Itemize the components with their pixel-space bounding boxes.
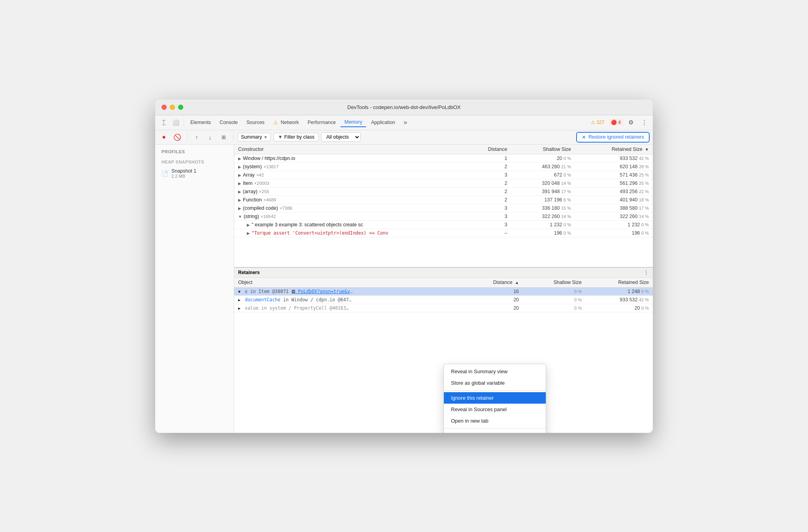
expand-arrow-icon: ▶ [238, 165, 241, 169]
close-button[interactable] [162, 105, 167, 110]
retained-size-cell: 196 0 % [575, 229, 653, 237]
subtoolbar: ● 🚫 ↑ ↓ ⊞ Summary ▼ ▼ Filter by class Al… [155, 130, 653, 145]
tab-application[interactable]: Application [367, 118, 399, 127]
retainer-distance-cell: 20 [464, 304, 523, 312]
table-row[interactable]: ▶Function×46892137 196 6 %401 940 18 % [234, 196, 653, 204]
retainers-table-container[interactable]: Object Distance ▲ Shallow Size Retained … [234, 278, 653, 312]
col-retained-size[interactable]: Retained Size ▼ [575, 145, 653, 154]
tab-memory[interactable]: Memory [340, 118, 366, 127]
constructor-table-container[interactable]: Constructor Distance Shallow Size Retain… [234, 145, 653, 267]
ret-col-shallow[interactable]: Shallow Size [523, 278, 586, 288]
shallow-size-cell: 672 0 % [511, 171, 575, 179]
context-menu-item-reveal-in-summary-view[interactable]: Reveal in Summary view [444, 366, 546, 377]
retained-size-cell: 933 532 42 % [575, 154, 653, 162]
settings-icon[interactable]: ⚙ [625, 117, 636, 128]
more-options-icon[interactable]: ⋮ [639, 117, 650, 128]
filter-icon: ▼ [278, 134, 282, 140]
main-content: Profiles HEAP SNAPSHOTS 📄 Snapshot 1 2.2… [155, 145, 653, 433]
context-menu-item-ignore-this-retainer[interactable]: Ignore this retainer [444, 392, 546, 404]
distance-cell: 2 [464, 187, 511, 196]
retainers-table-wrap: Object Distance ▲ Shallow Size Retained … [234, 278, 653, 312]
table-row[interactable]: ▶Window / https://cdpn.io120 0 %933 532 … [234, 154, 653, 162]
col-distance[interactable]: Distance [464, 145, 511, 154]
constructor-name: Array×42 [243, 172, 264, 178]
main-toolbar: ⌶ ⬜ Elements Console Sources ⚠ Network P… [155, 115, 653, 130]
inspect-icon[interactable]: ⬜ [170, 117, 181, 128]
distance-cell: 1 [464, 154, 511, 162]
snapshot-1-item[interactable]: 📄 Snapshot 1 2.2 MB [155, 166, 234, 181]
distance-cell: 2 [464, 162, 511, 171]
download-icon[interactable]: ↓ [205, 132, 216, 143]
context-menu-item-store-as-global-variable[interactable]: Store as global variable [444, 377, 546, 389]
minimize-button[interactable] [170, 105, 175, 110]
context-menu-item-open-in-new-tab[interactable]: Open in new tab [444, 415, 546, 427]
retained-size-cell: 322 260 14 % [575, 212, 653, 220]
col-shallow-size[interactable]: Shallow Size [511, 145, 575, 154]
tab-performance[interactable]: Performance [304, 118, 340, 127]
retainer-distance-cell: 16 [464, 287, 523, 295]
more-tabs-button[interactable]: » [400, 117, 411, 128]
retainers-table: Object Distance ▲ Shallow Size Retained … [234, 278, 653, 312]
retainer-object-cell: ▼ x in Item @38071 🖼 PoLdbOX?anon=true&v… [234, 287, 464, 295]
retainer-row[interactable]: ▶ documentCache in Window / cdpn.io @647… [234, 295, 653, 304]
context-menu-item-copy-link-address[interactable]: Copy link address [444, 430, 546, 433]
table-row[interactable]: ▶(compiled code)×73863336 180 15 %388 58… [234, 204, 653, 212]
retainer-row[interactable]: ▶ value in system / PropertyCell @40163…… [234, 304, 653, 312]
table-row[interactable]: ▶(system)×138172463 280 21 %620 148 28 % [234, 162, 653, 171]
all-objects-select[interactable]: All objects [321, 132, 361, 142]
constructor-name: Function×4689 [243, 197, 276, 203]
context-menu-item-reveal-in-sources-panel[interactable]: Reveal in Sources panel [444, 404, 546, 415]
maximize-button[interactable] [178, 105, 183, 110]
table-row[interactable]: ▶" example 3 example 3: scattered object… [234, 220, 653, 229]
restore-ignored-retainers-button[interactable]: ✕ Restore ignored retainers [576, 132, 650, 143]
snapshot-info: Snapshot 1 2.2 MB [171, 168, 196, 179]
expand-arrow-icon: ▶ [247, 231, 250, 235]
tab-network[interactable]: ⚠ Network [269, 118, 303, 127]
constructor-name: " example 3 example 3: scattered objects… [252, 222, 363, 227]
record-icon[interactable]: ● [158, 132, 169, 143]
table-row[interactable]: ▶(array)×2552391 948 17 %493 256 22 % [234, 187, 653, 196]
expand-arrow-icon: ▶ [238, 198, 241, 202]
retainer-retained-cell: 20 0 % [586, 304, 653, 312]
cursor-icon[interactable]: ⌶ [158, 117, 169, 128]
table-row[interactable]: ▶"Torque assert 'Convert<uintptr>(endInd… [234, 229, 653, 237]
table-row[interactable]: ▶Array×423672 0 %571 436 25 % [234, 171, 653, 179]
retained-size-cell: 493 256 22 % [575, 187, 653, 196]
upload-icon[interactable]: ↑ [191, 132, 202, 143]
col-constructor[interactable]: Constructor [234, 145, 464, 154]
constructor-name: "Torque assert 'Convert<uintptr>(endInde… [252, 230, 388, 236]
clear-icon[interactable]: ⊞ [218, 132, 229, 143]
retained-size-cell: 571 436 25 % [575, 171, 653, 179]
sep-2 [187, 133, 187, 141]
tab-sources[interactable]: Sources [242, 118, 269, 127]
stop-icon[interactable]: 🚫 [172, 132, 183, 143]
ret-col-distance[interactable]: Distance ▲ [464, 278, 523, 288]
retainer-retained-cell: 1 248 0 % [586, 287, 653, 295]
constructor-name: (string)×16542 [244, 214, 276, 219]
traffic-lights [162, 105, 183, 110]
summary-dropdown[interactable]: Summary ▼ [237, 133, 271, 141]
distance-cell: 3 [464, 171, 511, 179]
upper-table-wrap: Constructor Distance Shallow Size Retain… [234, 145, 653, 267]
ret-col-object[interactable]: Object [234, 278, 464, 288]
retainers-panel: Retainers ⋮ Object Distance ▲ [234, 267, 653, 312]
constructor-name: (compiled code)×7386 [243, 205, 292, 211]
tab-elements[interactable]: Elements [186, 118, 215, 127]
distance-cell: 3 [464, 212, 511, 220]
retained-size-cell: 388 580 17 % [575, 204, 653, 212]
shallow-size-cell: 20 0 % [511, 154, 575, 162]
retainers-scroll-icon: ⋮ [643, 269, 649, 276]
filter-button[interactable]: ▼ Filter by class [273, 133, 319, 141]
constructor-count: ×255 [259, 189, 269, 194]
retainers-header: Retainers ⋮ [234, 268, 653, 278]
retainer-row[interactable]: ▼ x in Item @38071 🖼 PoLdbOX?anon=true&v… [234, 287, 653, 295]
table-row[interactable]: ▼(string)×165423322 260 14 %322 260 14 % [234, 212, 653, 220]
ret-col-retained[interactable]: Retained Size [586, 278, 653, 288]
retainer-retained-cell: 933 532 42 % [586, 295, 653, 304]
table-row[interactable]: ▶Item×200032320 048 14 %561 296 25 % [234, 179, 653, 187]
constructor-name: Item×20003 [243, 180, 269, 186]
context-menu-item-label: Open in new tab [451, 418, 489, 424]
distance-cell: 3 [464, 220, 511, 229]
tab-console[interactable]: Console [216, 118, 242, 127]
titlebar: DevTools - codepen.io/web-dot-dev/live/P… [155, 100, 653, 115]
